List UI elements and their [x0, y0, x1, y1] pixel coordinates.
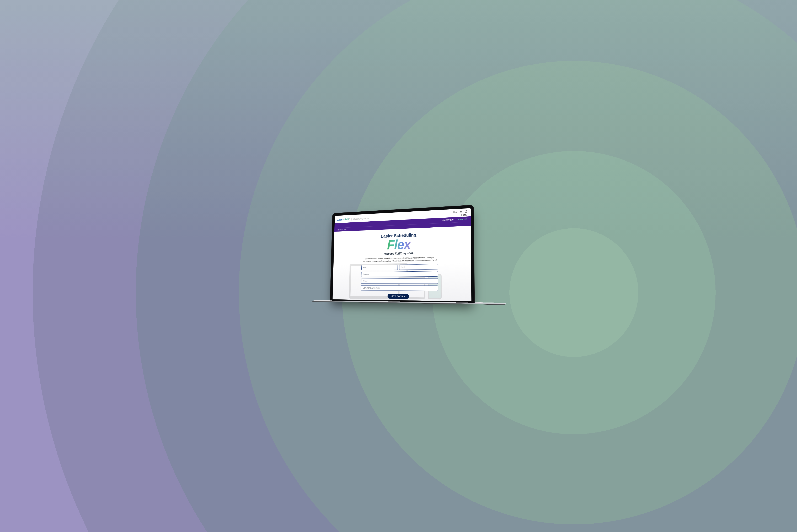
breadcrumb-home[interactable]: Home [337, 229, 342, 231]
laptop-ports [486, 302, 501, 303]
breadcrumb-current: Flex [344, 228, 346, 230]
brand-logo[interactable]: Accushield® [337, 217, 350, 221]
laptop-mock: Accushield® | Community Name Help [330, 205, 475, 304]
last-name-field[interactable] [399, 264, 438, 270]
email-field[interactable] [361, 278, 438, 284]
community-name-label: Community Name [353, 217, 368, 220]
help-link[interactable]: Help [453, 211, 457, 213]
comments-field[interactable] [361, 285, 438, 291]
intro-blurb: Learn how Flex makes scheduling easier, … [362, 256, 437, 263]
main-content: Easier Scheduling. Flex Help me FLEX my … [332, 226, 471, 301]
flex-hero-word: Flex [387, 238, 411, 251]
nav-signup[interactable]: SIGN UP [458, 218, 467, 221]
user-account-icon[interactable] [465, 210, 467, 213]
nav-overview[interactable]: OVERVIEW [442, 218, 454, 221]
page-subtitle: Help me FLEX my staff. [384, 251, 414, 255]
laptop-mock-stage: Accushield® | Community Name Help [0, 0, 797, 532]
breadcrumb-separator: / [342, 229, 343, 230]
content-fade-overlay [332, 259, 471, 301]
laptop-screen-wrap: Accushield® | Community Name Help [330, 205, 475, 304]
phone-number-field[interactable] [361, 271, 438, 277]
app-screen: Accushield® | Community Name Help [332, 208, 471, 301]
brand-trademark: ® [349, 218, 350, 219]
brand-block: Accushield® | Community Name [337, 217, 369, 221]
brand-part1: Accu [337, 218, 343, 221]
brand-part2: shield [343, 218, 349, 221]
bell-icon[interactable] [459, 210, 462, 213]
home-link[interactable]: HOME [461, 214, 467, 216]
first-name-field[interactable] [361, 265, 398, 270]
signup-form: LET'S DO THIS! [361, 264, 438, 299]
top-right-block: Help HOME [453, 210, 467, 216]
top-utility-row: Help [453, 210, 467, 213]
